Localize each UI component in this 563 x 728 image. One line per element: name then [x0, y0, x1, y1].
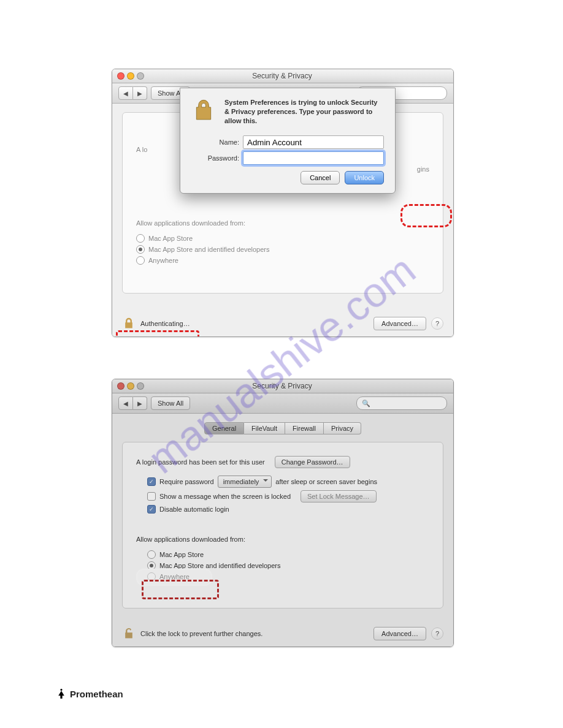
- window-title: Security & Privacy: [144, 382, 420, 390]
- checkbox-require-password[interactable]: ✓: [147, 477, 156, 486]
- unlock-button[interactable]: Unlock: [345, 171, 384, 184]
- tab-filevault[interactable]: FileVault: [244, 422, 285, 434]
- radio-anywhere: [136, 256, 145, 265]
- brand-name: Promethean: [70, 689, 123, 699]
- modal-header: System Preferences is trying to unlock S…: [191, 98, 384, 126]
- pane-footer: Click the lock to prevent further change…: [122, 627, 443, 640]
- settings-card: A login password has been set for this u…: [122, 442, 443, 609]
- cancel-button[interactable]: Cancel: [301, 171, 340, 184]
- highlight-oval: [136, 569, 212, 586]
- login-text-fragment: A lo: [136, 146, 147, 153]
- ends-text-fragment: gins: [417, 165, 429, 173]
- forward-button[interactable]: ▶: [133, 396, 147, 410]
- radio-mac-app-store: [136, 234, 145, 243]
- checkbox-disable-auto-login[interactable]: ✓: [147, 505, 156, 514]
- zoom-icon[interactable]: [137, 72, 144, 80]
- nav-buttons: ◀ ▶: [118, 86, 147, 100]
- opt-anywhere: Anywhere: [148, 257, 178, 264]
- tab-privacy[interactable]: Privacy: [324, 422, 361, 434]
- unlock-icon[interactable]: [122, 627, 136, 640]
- tab-firewall[interactable]: Firewall: [285, 422, 324, 434]
- back-button[interactable]: ◀: [118, 396, 133, 410]
- lock-status: Authenticating…: [140, 320, 190, 327]
- modal-message: System Preferences is trying to unlock S…: [224, 98, 384, 126]
- brand-logo: Promethean: [56, 688, 123, 700]
- help-button[interactable]: ?: [431, 317, 443, 330]
- zoom-icon[interactable]: [137, 382, 144, 390]
- checkbox-show-message[interactable]: [147, 492, 156, 501]
- require-password-after: after sleep or screen saver begins: [275, 478, 377, 485]
- require-password-text: Require password: [159, 478, 214, 485]
- back-button[interactable]: ◀: [118, 86, 133, 100]
- login-password-text: A login password has been set for this u…: [136, 458, 265, 466]
- minimize-icon[interactable]: [127, 382, 134, 390]
- disable-auto-login-text: Disable automatic login: [159, 506, 229, 513]
- window-title: Security & Privacy: [144, 72, 420, 80]
- tab-bar: General FileVault Firewall Privacy: [122, 422, 443, 434]
- name-input[interactable]: [243, 135, 384, 149]
- window-security-privacy-auth: Security & Privacy ◀ ▶ Show All 🔍 A lo g…: [112, 69, 454, 337]
- pane-footer: Authenticating… Advanced… ?: [122, 317, 443, 330]
- opt-mac-app-store: Mac App Store: [148, 235, 193, 242]
- svg-point-0: [60, 689, 62, 691]
- require-password-delay[interactable]: immediately: [218, 476, 272, 488]
- radio-mac-app-store[interactable]: [147, 550, 156, 559]
- password-label: Password:: [191, 154, 243, 162]
- nav-buttons: ◀ ▶: [118, 396, 147, 410]
- tab-general[interactable]: General: [204, 422, 244, 434]
- advanced-button[interactable]: Advanced…: [373, 317, 426, 330]
- traffic-lights: [112, 72, 144, 80]
- toolbar: ◀ ▶ Show All 🔍: [112, 393, 453, 414]
- close-icon[interactable]: [117, 72, 124, 80]
- auth-modal: System Preferences is trying to unlock S…: [180, 88, 396, 194]
- pane-body: General FileVault Firewall Privacy A log…: [112, 414, 453, 646]
- allow-section-label: Allow applications downloaded from:: [136, 536, 429, 543]
- search-icon: 🔍: [362, 400, 370, 408]
- promethean-icon: [56, 688, 66, 700]
- advanced-button[interactable]: Advanced…: [373, 627, 426, 640]
- radio-identified-dev: [136, 245, 145, 254]
- window-security-privacy-unlocked: Security & Privacy ◀ ▶ Show All 🔍 Genera…: [112, 379, 454, 647]
- titlebar: Security & Privacy: [112, 69, 453, 83]
- titlebar: Security & Privacy: [112, 379, 453, 393]
- forward-button[interactable]: ▶: [133, 86, 147, 100]
- opt-mac-app-store: Mac App Store: [159, 551, 204, 558]
- lock-status: Click the lock to prevent further change…: [140, 630, 262, 637]
- set-lock-message-button[interactable]: Set Lock Message…: [301, 490, 377, 502]
- search-input[interactable]: 🔍: [356, 396, 447, 410]
- show-all-button[interactable]: Show All: [151, 396, 190, 410]
- minimize-icon[interactable]: [127, 72, 134, 80]
- allow-section-label: Allow applications downloaded from:: [136, 219, 270, 227]
- opt-identified-dev: Mac App Store and identified developers: [148, 246, 270, 253]
- traffic-lights: [112, 382, 144, 390]
- help-button[interactable]: ?: [431, 628, 443, 640]
- name-label: Name:: [191, 138, 243, 146]
- close-icon[interactable]: [117, 382, 124, 390]
- password-input[interactable]: [243, 151, 384, 165]
- keychain-lock-icon: [191, 98, 216, 123]
- change-password-button[interactable]: Change Password…: [275, 456, 350, 468]
- lock-icon[interactable]: [122, 317, 136, 330]
- show-message-text: Show a message when the screen is locked: [159, 493, 291, 500]
- auth-form: Name: Password:: [191, 135, 384, 165]
